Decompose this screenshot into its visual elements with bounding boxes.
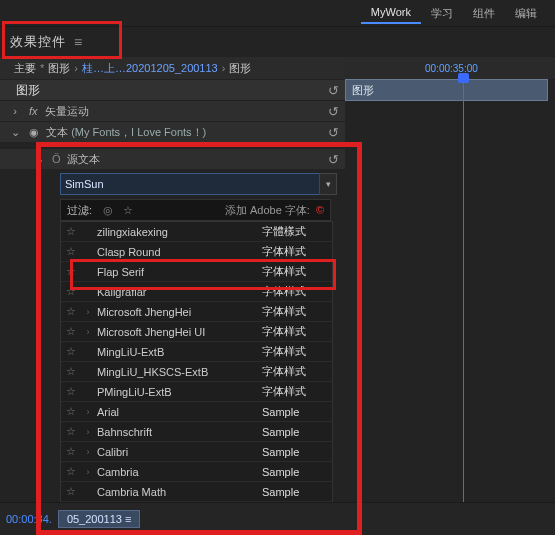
graphic-group-row[interactable]: 图形 ↺ bbox=[0, 79, 345, 100]
chip-menu-icon[interactable]: ≡ bbox=[125, 513, 131, 525]
favorite-star-icon[interactable]: ☆ bbox=[61, 425, 81, 438]
font-name-label: Clasp Round bbox=[95, 246, 262, 258]
font-family-input[interactable] bbox=[60, 173, 320, 195]
favorite-star-icon[interactable]: ☆ bbox=[61, 245, 81, 258]
favorite-star-icon[interactable]: ☆ bbox=[61, 445, 81, 458]
font-item-MingLiU_HKSCS-ExtB[interactable]: ☆MingLiU_HKSCS-ExtB字体样式 bbox=[61, 362, 332, 382]
font-name-label: MingLiU_HKSCS-ExtB bbox=[95, 366, 262, 378]
favorite-star-icon[interactable]: ☆ bbox=[61, 465, 81, 478]
current-timecode[interactable]: 00:00:34. bbox=[6, 513, 52, 525]
timeline-ruler[interactable]: 00:00:35:00 bbox=[345, 57, 555, 79]
creative-cloud-icon[interactable]: © bbox=[310, 204, 330, 216]
breadcrumb-graphic[interactable]: 图形 bbox=[48, 61, 70, 76]
font-sample-label: Sample bbox=[262, 406, 332, 418]
font-item-MingLiU-ExtB[interactable]: ☆MingLiU-ExtB字体样式 bbox=[61, 342, 332, 362]
filter-star-icon[interactable]: ☆ bbox=[118, 204, 138, 217]
favorite-star-icon[interactable]: ☆ bbox=[61, 365, 81, 378]
font-name-label: Bahnschrift bbox=[95, 426, 262, 438]
font-dropdown-toggle[interactable]: ▾ bbox=[319, 173, 337, 195]
font-filter-bar: 过滤: ◎ ☆ 添加 Adobe 字体: © bbox=[60, 199, 331, 221]
font-sample-label: 字体样式 bbox=[262, 324, 332, 339]
font-item-Clasp-Round[interactable]: ☆Clasp Round字体样式 bbox=[61, 242, 332, 262]
breadcrumb-graphic2[interactable]: 图形 bbox=[229, 61, 251, 76]
font-name-label: zilingxiakexing bbox=[95, 226, 262, 238]
font-item-Cambria[interactable]: ☆›CambriaSample bbox=[61, 462, 332, 482]
reset-icon[interactable]: ↺ bbox=[328, 125, 339, 140]
favorite-star-icon[interactable]: ☆ bbox=[61, 225, 81, 238]
text-layer-value: (My Fonts，I Love Fonts！) bbox=[71, 126, 206, 138]
font-name-label: Flap Serif bbox=[95, 266, 262, 278]
playhead-marker[interactable] bbox=[463, 77, 464, 535]
source-text-row[interactable]: ⌄ Ő 源文本 ↺ bbox=[0, 148, 345, 169]
twirl-open-icon[interactable]: ⌄ bbox=[10, 126, 20, 139]
font-family-field: ▾ bbox=[60, 173, 345, 195]
filter-eye-icon[interactable]: ◎ bbox=[98, 204, 118, 217]
vector-motion-row[interactable]: › fx 矢量运动 ↺ bbox=[0, 100, 345, 121]
favorite-star-icon[interactable]: ☆ bbox=[61, 405, 81, 418]
font-sample-label: 字体样式 bbox=[262, 244, 332, 259]
font-sample-label: Sample bbox=[262, 466, 332, 478]
playhead-time: 00:00:35:00 bbox=[425, 63, 478, 74]
font-item-Calibri[interactable]: ☆›CalibriSample bbox=[61, 442, 332, 462]
expand-chevron-icon[interactable]: › bbox=[81, 427, 95, 437]
filter-label: 过滤: bbox=[61, 203, 98, 218]
visibility-eye-icon[interactable]: ◉ bbox=[29, 126, 39, 138]
font-item-PMingLiU-ExtB[interactable]: ☆PMingLiU-ExtB字体样式 bbox=[61, 382, 332, 402]
expand-chevron-icon[interactable]: › bbox=[81, 307, 95, 317]
font-item-Cambria-Math[interactable]: ☆Cambria MathSample bbox=[61, 482, 332, 502]
breadcrumb-clip[interactable]: 20201205_200113 bbox=[126, 62, 218, 74]
font-name-label: Cambria bbox=[95, 466, 262, 478]
reset-icon[interactable]: ↺ bbox=[328, 83, 339, 98]
breadcrumb-truncated[interactable]: 桂…上… bbox=[82, 61, 126, 76]
timeline-clip[interactable]: 图形 bbox=[345, 79, 548, 101]
favorite-star-icon[interactable]: ☆ bbox=[61, 385, 81, 398]
graphic-label: 图形 bbox=[16, 82, 40, 99]
top-tab-edit[interactable]: 编辑 bbox=[505, 2, 547, 25]
twirl-icon[interactable]: › bbox=[10, 105, 20, 117]
reset-icon[interactable]: ↺ bbox=[328, 104, 339, 119]
stopwatch-icon[interactable]: Ő bbox=[52, 153, 61, 165]
top-tab-assembly[interactable]: 组件 bbox=[463, 2, 505, 25]
top-tab-mywork[interactable]: MyWork bbox=[361, 2, 421, 24]
source-text-label: 源文本 bbox=[67, 153, 100, 165]
font-item-Microsoft-JhengHei-UI[interactable]: ☆›Microsoft JhengHei UI字体样式 bbox=[61, 322, 332, 342]
favorite-star-icon[interactable]: ☆ bbox=[61, 285, 81, 298]
expand-chevron-icon[interactable]: › bbox=[81, 447, 95, 457]
effect-timeline: 00:00:35:00 图形 bbox=[345, 57, 555, 535]
panel-title: 效果控件 bbox=[10, 33, 66, 51]
expand-chevron-icon[interactable]: › bbox=[81, 327, 95, 337]
font-name-label: Cambria Math bbox=[95, 486, 262, 498]
text-layer-label: 文本 bbox=[46, 126, 68, 138]
reset-icon[interactable]: ↺ bbox=[328, 152, 339, 167]
font-sample-label: 字体样式 bbox=[262, 304, 332, 319]
font-sample-label: 字体样式 bbox=[262, 264, 332, 279]
font-item-zilingxiakexing[interactable]: ☆zilingxiakexing字體樣式 bbox=[61, 222, 332, 242]
expand-chevron-icon[interactable]: › bbox=[81, 467, 95, 477]
favorite-star-icon[interactable]: ☆ bbox=[61, 305, 81, 318]
vector-motion-label: 矢量运动 bbox=[45, 105, 89, 117]
font-name-label: MingLiU-ExtB bbox=[95, 346, 262, 358]
favorite-star-icon[interactable]: ☆ bbox=[61, 345, 81, 358]
font-sample-label: 字体样式 bbox=[262, 284, 332, 299]
favorite-star-icon[interactable]: ☆ bbox=[61, 485, 81, 498]
font-item-Arial[interactable]: ☆›ArialSample bbox=[61, 402, 332, 422]
font-item-Bahnschrift[interactable]: ☆›BahnschriftSample bbox=[61, 422, 332, 442]
font-sample-label: Sample bbox=[262, 486, 332, 498]
add-adobe-fonts-label[interactable]: 添加 Adobe 字体: bbox=[225, 203, 310, 218]
top-tab-learn[interactable]: 学习 bbox=[421, 2, 463, 25]
text-layer-row[interactable]: ⌄ ◉ 文本 (My Fonts，I Love Fonts！) ↺ bbox=[0, 121, 345, 142]
panel-menu-icon[interactable]: ≡ bbox=[74, 34, 83, 50]
font-item-Flap-Serif[interactable]: ☆Flap Serif字体样式 bbox=[61, 262, 332, 282]
favorite-star-icon[interactable]: ☆ bbox=[61, 325, 81, 338]
font-sample-label: 字体样式 bbox=[262, 384, 332, 399]
expand-chevron-icon[interactable]: › bbox=[81, 407, 95, 417]
twirl-open-icon[interactable]: ⌄ bbox=[34, 153, 44, 166]
font-sample-label: 字体样式 bbox=[262, 344, 332, 359]
favorite-star-icon[interactable]: ☆ bbox=[61, 265, 81, 278]
font-sample-label: Sample bbox=[262, 446, 332, 458]
font-item-Kaligraflar[interactable]: ☆Kaligraflar字体样式 bbox=[61, 282, 332, 302]
sequence-chip[interactable]: 05_200113 ≡ bbox=[58, 510, 141, 528]
font-sample-label: 字體樣式 bbox=[262, 224, 332, 239]
font-item-Microsoft-JhengHei[interactable]: ☆›Microsoft JhengHei字体样式 bbox=[61, 302, 332, 322]
font-name-label: Microsoft JhengHei bbox=[95, 306, 262, 318]
